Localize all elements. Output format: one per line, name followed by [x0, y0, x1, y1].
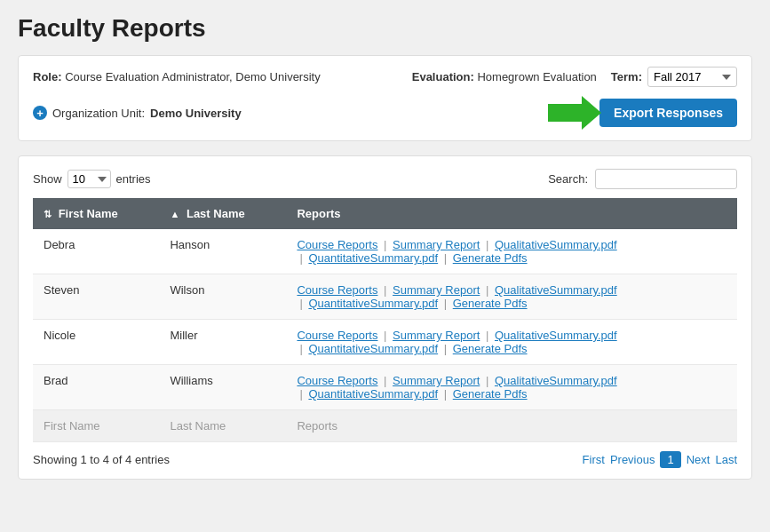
- report-link[interactable]: QuantitativeSummary.pdf: [308, 387, 438, 401]
- cell-last-name: Hanson: [159, 229, 286, 274]
- table-row: StevenWilsonCourse Reports | Summary Rep…: [33, 274, 737, 320]
- report-link[interactable]: QuantitativeSummary.pdf: [308, 251, 438, 265]
- eval-label: Evaluation:: [412, 70, 474, 83]
- pagination-current[interactable]: 1: [660, 451, 680, 468]
- page-title: Faculty Reports: [18, 14, 752, 43]
- cell-reports: Course Reports | Summary Report | Qualit…: [286, 229, 737, 274]
- showing-text: Showing 1 to 4 of 4 entries: [33, 453, 170, 466]
- cell-first-name: Debra: [33, 229, 159, 274]
- cell-last-name: Miller: [159, 320, 286, 365]
- cell-first-name: Brad: [33, 365, 159, 410]
- pagination-first[interactable]: First: [583, 453, 605, 466]
- table-body: DebraHansonCourse Reports | Summary Repo…: [33, 229, 737, 442]
- faculty-table: ⇅ First Name ▲ Last Name Reports DebraHa…: [33, 198, 737, 442]
- table-header: ⇅ First Name ▲ Last Name Reports: [33, 198, 737, 229]
- role-section: Role: Course Evaluation Administrator, D…: [33, 70, 321, 83]
- report-link[interactable]: Generate Pdfs: [453, 342, 528, 355]
- sort-icon-lastname: ▲: [170, 209, 179, 219]
- org-unit-section: + Organization Unit: Demo University: [33, 106, 242, 120]
- report-link[interactable]: Course Reports: [297, 238, 377, 251]
- footer-cell-reports: Reports: [286, 410, 737, 442]
- reports-line1: Course Reports | Summary Report | Qualit…: [297, 238, 616, 251]
- page-wrapper: Faculty Reports Role: Course Evaluation …: [0, 0, 770, 532]
- report-link[interactable]: QualitativeSummary.pdf: [495, 329, 617, 342]
- show-label: Show: [33, 172, 62, 186]
- reports-line2: | QuantitativeSummary.pdf | Generate Pdf…: [297, 387, 726, 401]
- term-select[interactable]: Fall 2017 Spring 2017 Fall 2016: [647, 67, 737, 87]
- top-panel-row2: + Organization Unit: Demo University Exp…: [33, 96, 737, 130]
- reports-line2: | QuantitativeSummary.pdf | Generate Pdf…: [297, 251, 726, 265]
- col-last-name[interactable]: ▲ Last Name: [159, 198, 286, 229]
- top-panel-row1: Role: Course Evaluation Administrator, D…: [33, 67, 737, 87]
- reports-line1: Course Reports | Summary Report | Qualit…: [297, 374, 616, 387]
- arrow-export-section: Export Responses: [548, 96, 737, 130]
- table-footer: Showing 1 to 4 of 4 entries First Previo…: [33, 451, 737, 468]
- eval-term-section: Evaluation: Homegrown Evaluation Term: F…: [412, 67, 737, 87]
- table-panel: Show 10 25 50 100 entries Search: ⇅: [18, 155, 752, 480]
- report-link[interactable]: Generate Pdfs: [453, 297, 528, 310]
- table-controls: Show 10 25 50 100 entries Search:: [33, 169, 737, 189]
- reports-line1: Course Reports | Summary Report | Qualit…: [297, 283, 616, 297]
- report-link[interactable]: Course Reports: [297, 374, 377, 387]
- reports-line1: Course Reports | Summary Report | Qualit…: [297, 329, 616, 342]
- report-link[interactable]: QuantitativeSummary.pdf: [308, 297, 438, 310]
- report-link[interactable]: QualitativeSummary.pdf: [495, 283, 617, 297]
- report-link[interactable]: Summary Report: [393, 374, 480, 387]
- report-link[interactable]: Summary Report: [393, 283, 480, 297]
- report-link[interactable]: Generate Pdfs: [453, 387, 528, 401]
- entries-select[interactable]: 10 25 50 100: [67, 170, 111, 188]
- export-button[interactable]: Export Responses: [599, 99, 737, 127]
- footer-cell-last_name: Last Name: [159, 410, 286, 442]
- entries-label: entries: [116, 172, 151, 186]
- search-box: Search:: [548, 169, 737, 189]
- cell-reports: Course Reports | Summary Report | Qualit…: [286, 274, 737, 320]
- role-value: Course Evaluation Administrator, Demo Un…: [65, 70, 321, 83]
- cell-first-name: Nicole: [33, 320, 159, 365]
- report-link[interactable]: Course Reports: [297, 283, 377, 297]
- report-link[interactable]: Summary Report: [393, 329, 480, 342]
- report-link[interactable]: QualitativeSummary.pdf: [495, 238, 617, 251]
- role-label: Role:: [33, 70, 62, 83]
- pagination-last[interactable]: Last: [715, 453, 737, 466]
- cell-reports: Course Reports | Summary Report | Qualit…: [286, 320, 737, 365]
- report-link[interactable]: QuantitativeSummary.pdf: [308, 342, 438, 355]
- org-value: Demo University: [150, 107, 242, 120]
- eval-value: Homegrown Evaluation: [477, 70, 596, 83]
- reports-line2: | QuantitativeSummary.pdf | Generate Pdf…: [297, 297, 726, 310]
- plus-icon[interactable]: +: [33, 106, 47, 120]
- col-reports: Reports: [286, 198, 737, 229]
- top-panel: Role: Course Evaluation Administrator, D…: [18, 55, 752, 141]
- cell-last-name: Wilson: [159, 274, 286, 320]
- svg-marker-0: [548, 96, 601, 130]
- col-first-name[interactable]: ⇅ First Name: [33, 198, 159, 229]
- pagination-previous[interactable]: Previous: [610, 453, 655, 466]
- report-link[interactable]: Summary Report: [393, 238, 480, 251]
- table-row: DebraHansonCourse Reports | Summary Repo…: [33, 229, 737, 274]
- report-link[interactable]: QualitativeSummary.pdf: [495, 374, 617, 387]
- table-row: NicoleMillerCourse Reports | Summary Rep…: [33, 320, 737, 365]
- search-input[interactable]: [595, 169, 737, 189]
- cell-first-name: Steven: [33, 274, 159, 320]
- sort-icon-firstname: ⇅: [44, 209, 52, 220]
- cell-last-name: Williams: [159, 365, 286, 410]
- org-label: Organization Unit:: [52, 107, 145, 120]
- eval-section: Evaluation: Homegrown Evaluation: [412, 70, 597, 83]
- search-label: Search:: [548, 172, 588, 186]
- reports-line2: | QuantitativeSummary.pdf | Generate Pdf…: [297, 342, 726, 355]
- table-row: BradWilliamsCourse Reports | Summary Rep…: [33, 365, 737, 410]
- report-link[interactable]: Generate Pdfs: [453, 251, 528, 265]
- cell-reports: Course Reports | Summary Report | Qualit…: [286, 365, 737, 410]
- footer-cell-first_name: First Name: [33, 410, 159, 442]
- pagination-next[interactable]: Next: [687, 453, 710, 466]
- pagination: First Previous 1 Next Last: [583, 451, 737, 468]
- show-entries-section: Show 10 25 50 100 entries: [33, 170, 151, 188]
- table-footer-row: First NameLast NameReports: [33, 410, 737, 442]
- term-section: Term: Fall 2017 Spring 2017 Fall 2016: [611, 67, 737, 87]
- term-label: Term:: [611, 70, 642, 83]
- green-arrow-icon: [548, 96, 601, 130]
- report-link[interactable]: Course Reports: [297, 329, 377, 342]
